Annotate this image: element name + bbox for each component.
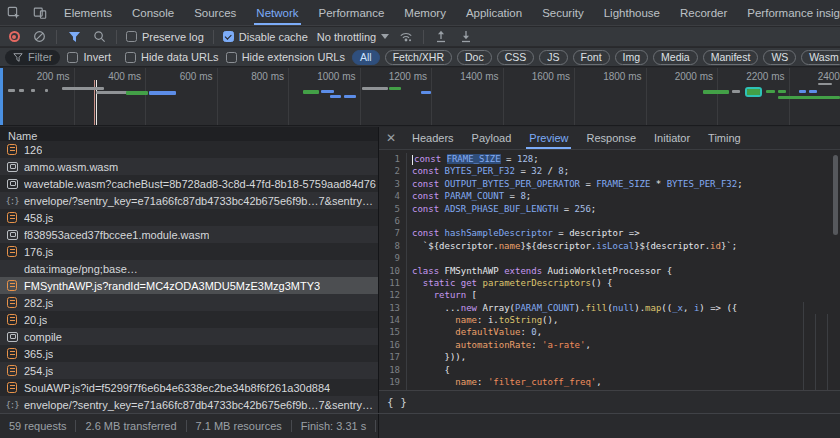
line-number[interactable]: 17 <box>379 351 407 363</box>
detail-tab-response[interactable]: Response <box>577 127 645 149</box>
checkbox[interactable] <box>126 31 137 42</box>
detail-tab-headers[interactable]: Headers <box>403 127 463 149</box>
filter-pill-manifest[interactable]: Manifest <box>703 50 759 65</box>
request-row[interactable]: 126 <box>0 141 378 158</box>
filter-input[interactable]: Filter <box>5 50 60 65</box>
filter-pill-img[interactable]: Img <box>615 50 649 65</box>
code-preview[interactable]: 1const FRAME_SIZE = 128;2const BYTES_PER… <box>379 151 840 390</box>
line-number[interactable]: 3 <box>379 178 407 190</box>
detail-tab-initiator[interactable]: Initiator <box>645 127 699 149</box>
timeline-gridline <box>217 68 218 125</box>
request-row[interactable]: FMSynthAWP.js?randId=MC4zODA3MDU5MzE3Mzg… <box>0 277 378 294</box>
line-number[interactable]: 6 <box>379 215 407 227</box>
line-number[interactable]: 19 <box>379 376 407 388</box>
line-number[interactable]: 16 <box>379 339 407 351</box>
invert-checkbox[interactable]: Invert <box>67 51 111 63</box>
detail-tab-timing[interactable]: Timing <box>699 127 750 149</box>
request-row[interactable]: ammo.wasm.wasm <box>0 158 378 175</box>
tab-performance-insights[interactable]: Performance insights <box>737 0 840 25</box>
request-row[interactable]: {:}envelope/?sentry_key=e71a66fc87db4733… <box>0 396 378 413</box>
request-row[interactable]: wavetable.wasm?cacheBust=8b728ad8-3c8d-4… <box>0 175 378 192</box>
line-number[interactable]: 9 <box>379 252 407 264</box>
filter-pill-font[interactable]: Font <box>573 50 610 65</box>
line-content: const BYTES_PER_F32 = 32 / 8; <box>407 165 569 177</box>
tab-network[interactable]: Network <box>246 0 308 25</box>
line-number[interactable]: 5 <box>379 203 407 215</box>
checkbox[interactable] <box>125 52 136 63</box>
request-row[interactable]: 176.js <box>0 243 378 260</box>
overview-bar <box>303 90 319 94</box>
devtools-window: ElementsConsoleSourcesNetworkPerformance… <box>0 0 840 438</box>
tab-recorder[interactable]: Recorder <box>670 0 737 25</box>
filter-pill-all[interactable]: All <box>352 50 380 65</box>
request-row[interactable]: 365.js <box>0 345 378 362</box>
line-number[interactable]: 14 <box>379 314 407 326</box>
line-number[interactable]: 10 <box>379 265 407 277</box>
search-icon[interactable] <box>91 29 107 45</box>
line-number[interactable]: 18 <box>379 364 407 376</box>
checkbox[interactable] <box>223 31 234 42</box>
detail-tab-payload[interactable]: Payload <box>463 127 521 149</box>
request-row[interactable]: SoulAWP.js?id=f5299f7f6e6b4e6338ec2be34b… <box>0 379 378 396</box>
request-row[interactable]: {:}envelope/?sentry_key=e71a66fc87db4733… <box>0 192 378 209</box>
filter-pill-ws[interactable]: WS <box>763 50 796 65</box>
line-number[interactable]: 7 <box>379 227 407 239</box>
network-overview[interactable]: 200 ms400 ms600 ms800 ms1000 ms1200 ms14… <box>0 68 840 126</box>
clear-icon[interactable] <box>31 29 47 45</box>
request-row[interactable]: 20.js <box>0 311 378 328</box>
checkbox[interactable] <box>67 52 78 63</box>
line-number[interactable]: 2 <box>379 165 407 177</box>
tab-memory[interactable]: Memory <box>394 0 456 25</box>
timeline-tick-label: 2000 ms <box>675 71 717 82</box>
inspect-icon[interactable] <box>6 5 22 21</box>
network-main: Name 126ammo.wasm.wasmwavetable.wasm?cac… <box>0 127 840 413</box>
filter-pill-wasm[interactable]: Wasm <box>801 50 840 65</box>
filter-pill-media[interactable]: Media <box>653 50 698 65</box>
request-row[interactable]: 282.js <box>0 294 378 311</box>
checkbox[interactable] <box>226 52 237 63</box>
record-icon[interactable] <box>6 29 22 45</box>
line-number[interactable]: 4 <box>379 190 407 202</box>
tab-elements[interactable]: Elements <box>54 0 122 25</box>
import-har-icon[interactable] <box>433 29 449 45</box>
line-number[interactable]: 12 <box>379 289 407 301</box>
hide-extension-urls-checkbox[interactable]: Hide extension URLs <box>226 51 345 63</box>
format-icon[interactable]: { } <box>387 396 407 409</box>
line-number[interactable]: 13 <box>379 302 407 314</box>
line-number[interactable]: 11 <box>379 277 407 289</box>
tab-console[interactable]: Console <box>122 0 184 25</box>
request-row[interactable]: 254.js <box>0 362 378 379</box>
export-har-icon[interactable] <box>458 29 474 45</box>
status-dom-label: DOM <box>376 420 379 432</box>
throttling-dropdown[interactable]: No throttling <box>317 31 389 43</box>
tab-application[interactable]: Application <box>456 0 532 25</box>
disable-cache-checkbox[interactable]: Disable cache <box>223 31 308 43</box>
filter-funnel-icon[interactable] <box>66 29 82 45</box>
filter-pill-css[interactable]: CSS <box>497 50 535 65</box>
close-icon[interactable]: ✕ <box>379 131 403 145</box>
line-number[interactable]: 8 <box>379 240 407 252</box>
preserve-log-checkbox[interactable]: Preserve log <box>126 31 204 43</box>
line-number[interactable]: 1 <box>379 153 407 165</box>
network-conditions-icon[interactable] <box>398 29 414 45</box>
code-scrollbar[interactable] <box>833 155 838 235</box>
tab-sources[interactable]: Sources <box>184 0 246 25</box>
code-line: 5const ADSR_PHASE_BUF_LENGTH = 256; <box>379 203 840 215</box>
line-number[interactable]: 15 <box>379 326 407 338</box>
filter-pill-fetch-xhr[interactable]: Fetch/XHR <box>385 50 452 65</box>
tab-performance[interactable]: Performance <box>309 0 395 25</box>
request-row[interactable]: 458.js <box>0 209 378 226</box>
filter-pill-doc[interactable]: Doc <box>457 50 492 65</box>
request-name: 20.js <box>24 314 47 326</box>
filter-pill-js[interactable]: JS <box>539 50 567 65</box>
tab-lighthouse[interactable]: Lighthouse <box>594 0 670 25</box>
request-row[interactable]: data:image/png;base… <box>0 260 378 277</box>
hide-data-urls-checkbox[interactable]: Hide data URLs <box>125 51 219 63</box>
timeline-gridline <box>574 68 575 125</box>
request-row[interactable]: compile <box>0 328 378 345</box>
request-row[interactable]: f838953aced37fbccee1.module.wasm <box>0 226 378 243</box>
device-toolbar-icon[interactable] <box>32 5 48 21</box>
overview-left-handle[interactable] <box>0 68 3 125</box>
detail-tab-preview[interactable]: Preview <box>520 127 577 149</box>
tab-security[interactable]: Security <box>532 0 594 25</box>
